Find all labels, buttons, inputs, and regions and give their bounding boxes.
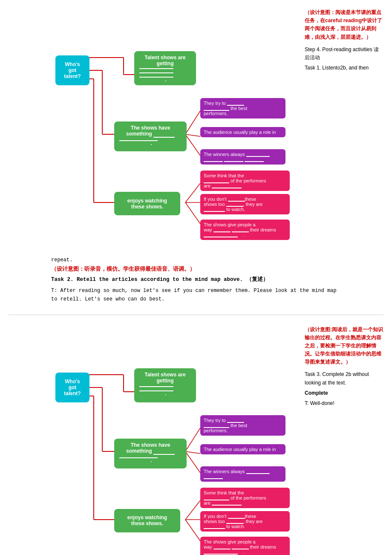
magenta-node-1-3: The shows give people a way their dreams… (200, 220, 290, 240)
purple-node-2-2: The audience usually play a role in (200, 444, 285, 454)
magenta-node-1-2: If you don't these shows too , they are … (200, 194, 290, 214)
mindmap-area-1: Who's got talent? Talent shows are getti… (9, 9, 298, 247)
section2: Who's got talent? Talent shows are getti… (9, 326, 383, 555)
svg-line-12 (185, 183, 200, 202)
sidebar-note-2: （设计意图:阅读后，就是一个知识输出的过程。在学生熟悉课文内容之后，要检测一下学… (305, 326, 383, 367)
well-done: T: Well-done! (305, 399, 383, 408)
magenta-node-1-1: Some think that the of the performers ar… (200, 171, 290, 191)
sidebar-notes-2: （设计意图:阅读后，就是一个知识输出的过程。在学生熟悉课文内容之后，要检测一下学… (298, 326, 383, 555)
mindmap-area-2: Who's got talent? Talent shows are getti… (9, 326, 298, 555)
sidebar-task-1: Task 1. Listento2b, and then (305, 64, 383, 72)
top-branch-node-2: Talent shows are getting . (134, 368, 196, 402)
sidebar-step-1: Step 4. Post-reading activities 读后活动 (305, 46, 383, 62)
red-note: （设计意图：听录音，模仿。学生获得最佳语音、语调。） (51, 264, 383, 274)
center-node-2: Who's got talent? (55, 373, 89, 402)
sidebar-task3: Task 3. Complete 2b without looking at t… (305, 370, 383, 387)
svg-line-11 (185, 134, 200, 156)
middle-branch-node-2: The shows have something . (114, 439, 187, 468)
bottom-branch-node-1: enjoys watchingthese shows. (114, 192, 180, 215)
top-branch-node-1: Talent shows are getting . (134, 51, 196, 85)
svg-line-25 (185, 451, 200, 454)
middle-branch-node-1: The shows have something . (114, 121, 187, 151)
magenta-node-2-3: The shows give people a way their dreams… (200, 537, 290, 555)
text-section: repeat. （设计意图：听录音，模仿。学生获得最佳语音、语调。） Task … (51, 256, 383, 304)
section1: Who's got talent? Talent shows are getti… (9, 9, 383, 247)
magenta-node-2-2: If you don't these shows too , they are … (200, 511, 290, 532)
bottom-branch-node-2: enjoys watchingthese shows. (114, 509, 180, 532)
svg-line-24 (185, 428, 200, 451)
repeat-line: repeat. (51, 256, 383, 264)
section-divider (9, 315, 383, 315)
center-node-1: Who's got talent? (55, 55, 89, 85)
body-text: T: After reading so much, now let's see … (51, 286, 383, 304)
svg-line-29 (185, 520, 200, 541)
purple-node-1-1: They try to the best performers. (200, 98, 285, 119)
purple-node-1-2: The audience usually play a role in (200, 127, 285, 137)
magenta-node-2-1: Some think that the of the performers ar… (200, 488, 290, 508)
svg-line-26 (185, 451, 200, 473)
purple-node-2-1: They try to the best performers. (200, 415, 285, 436)
purple-node-1-3: The winners always (200, 149, 285, 165)
complete-label: Complete (305, 389, 383, 397)
svg-line-14 (185, 202, 200, 224)
svg-line-27 (185, 500, 200, 520)
sidebar-notes-1: （设计意图：阅读是本节课的重点任务，在careful reading中设计了两个… (298, 9, 383, 247)
task2-label: Task 2. Retell the articles according to… (51, 275, 383, 284)
sidebar-note-1: （设计意图：阅读是本节课的重点任务，在careful reading中设计了两个… (305, 9, 383, 41)
purple-node-2-3: The winners always (200, 466, 285, 482)
svg-line-9 (185, 111, 200, 134)
page-content: Who's got talent? Talent shows are getti… (9, 9, 383, 555)
svg-line-10 (185, 134, 200, 136)
